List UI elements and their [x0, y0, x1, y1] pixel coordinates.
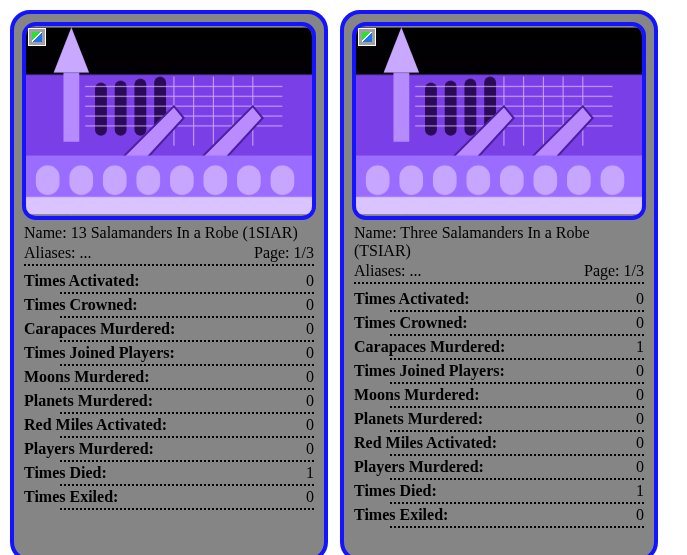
divider — [24, 264, 314, 266]
character-card: Name: Three Salamanders In a Robe (TSIAR… — [340, 10, 658, 555]
stat-row: Times Activated:0 — [354, 290, 644, 308]
stat-row: Times Crowned:0 — [354, 314, 644, 332]
card-name: Name: Three Salamanders In a Robe (TSIAR… — [354, 224, 644, 260]
page-prefix: Page: — [584, 262, 624, 279]
card-page[interactable]: Page: 1/3 — [254, 244, 314, 262]
card-row: Name: 13 Salamanders In a Robe (1SIAR) A… — [10, 10, 677, 555]
stat-row: Carapaces Murdered:1 — [354, 338, 644, 356]
stat-row: Planets Murdered:0 — [354, 410, 644, 428]
stat-row: Red Miles Activated:0 — [354, 434, 644, 452]
aliases-prefix: Aliases: — [24, 244, 80, 261]
stat-row: Times Activated:0 — [24, 272, 314, 290]
svg-rect-20 — [26, 27, 312, 214]
stat-row: Times Joined Players:0 — [24, 344, 314, 362]
card-art-frame — [22, 22, 316, 220]
stat-row: Times Exiled:0 — [354, 506, 644, 524]
card-aliases: Aliases: ... — [24, 244, 92, 262]
stat-list: Times Activated:0 Times Crowned:0 Carapa… — [354, 290, 644, 528]
aliases-value: ... — [80, 244, 92, 261]
card-art-gothic — [26, 26, 312, 216]
name-value: 13 Salamanders In a Robe (1SIAR) — [71, 224, 298, 241]
card-aliases: Aliases: ... — [354, 262, 422, 280]
stat-row: Times Joined Players:0 — [354, 362, 644, 380]
card-art-gothic — [356, 26, 642, 216]
aliases-prefix: Aliases: — [354, 262, 410, 279]
stat-row: Carapaces Murdered:0 — [24, 320, 314, 338]
name-prefix: Name: — [24, 224, 71, 241]
card-name: Name: 13 Salamanders In a Robe (1SIAR) — [24, 224, 314, 242]
stat-row: Red Miles Activated:0 — [24, 416, 314, 434]
stat-row: Planets Murdered:0 — [24, 392, 314, 410]
stat-row: Players Murdered:0 — [24, 440, 314, 458]
stat-row: Players Murdered:0 — [354, 458, 644, 476]
aliases-value: ... — [410, 262, 422, 279]
stat-row: Times Exiled:0 — [24, 488, 314, 506]
page-value: 1/3 — [294, 244, 314, 261]
svg-rect-21 — [356, 27, 642, 214]
card-page[interactable]: Page: 1/3 — [584, 262, 644, 280]
stat-row: Times Died:1 — [354, 482, 644, 500]
card-art-frame — [352, 22, 646, 220]
stat-row: Moons Murdered:0 — [354, 386, 644, 404]
divider — [354, 282, 644, 284]
broken-image-icon — [358, 28, 376, 46]
name-prefix: Name: — [354, 224, 400, 241]
page-value: 1/3 — [624, 262, 644, 279]
stat-list: Times Activated:0 Times Crowned:0 Carapa… — [24, 272, 314, 510]
page-prefix: Page: — [254, 244, 294, 261]
stat-row: Moons Murdered:0 — [24, 368, 314, 386]
character-card: Name: 13 Salamanders In a Robe (1SIAR) A… — [10, 10, 328, 555]
broken-image-icon — [28, 28, 46, 46]
stat-row: Times Crowned:0 — [24, 296, 314, 314]
stat-row: Times Died:1 — [24, 464, 314, 482]
